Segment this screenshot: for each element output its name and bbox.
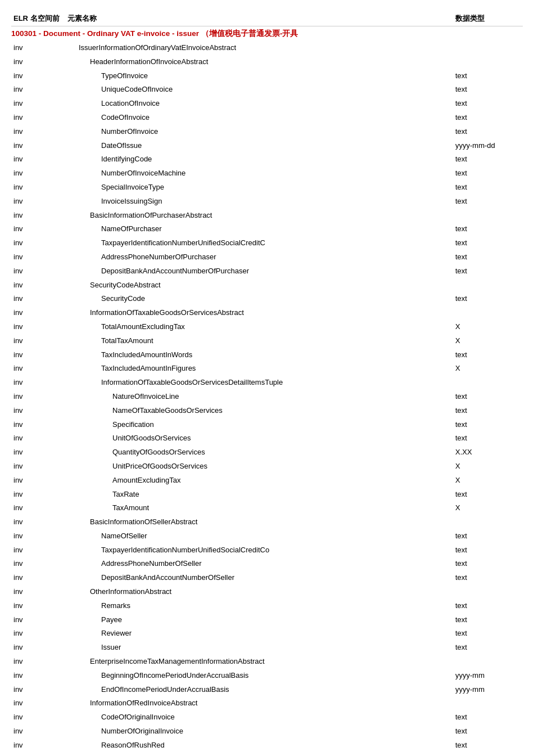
element-name-cell: Issuer <box>67 642 455 654</box>
element-name-cell: TaxIncludedAmountInWords <box>67 349 455 361</box>
namespace-cell: inv <box>11 56 67 68</box>
element-name-cell: NameOfPurchaser <box>67 223 455 235</box>
namespace-cell: inv <box>11 42 67 54</box>
element-name-cell: UnitOfGoodsOrServices <box>67 433 455 444</box>
namespace-cell: inv <box>11 307 67 319</box>
namespace-cell: inv <box>11 670 67 682</box>
table-row: invUnitPriceOfGoodsOrServicesX <box>11 460 523 474</box>
element-name-cell: NameOfSeller <box>67 530 455 542</box>
element-name-cell: NumberOfOriginalInvoice <box>67 726 455 737</box>
table-row: invUniqueCodeOfInvoicetext <box>11 83 523 97</box>
element-name-cell: InvoiceIssuingSign <box>67 196 455 208</box>
namespace-cell: inv <box>11 530 67 542</box>
namespace-cell: inv <box>11 712 67 723</box>
namespace-cell: inv <box>11 140 67 152</box>
datatype-cell: X.XX <box>455 447 523 458</box>
section-title: 100301 - Document - Ordinary VAT e-invoi… <box>11 29 523 39</box>
namespace-cell: inv <box>11 168 67 179</box>
datatype-cell <box>455 656 523 668</box>
element-name-cell: TaxpayerIdentificationNumberUnifiedSocia… <box>67 544 455 556</box>
namespace-cell: inv <box>11 154 67 165</box>
namespace-cell: inv <box>11 698 67 709</box>
table-row: invCodeOfOriginalInvoicetext <box>11 710 523 724</box>
table-row: invNameOfSellertext <box>11 529 523 543</box>
datatype-cell: X <box>455 475 523 487</box>
namespace-cell: inv <box>11 614 67 626</box>
element-name-cell: QuantityOfGoodsOrServices <box>67 447 455 458</box>
datatype-cell: yyyy-mm-dd <box>455 140 523 152</box>
datatype-cell <box>455 516 523 528</box>
element-name-cell: NumberOfInvoice <box>67 126 455 138</box>
section-code: 100301 - Document - Ordinary VAT e-invoi… <box>11 29 199 38</box>
element-name-cell: SpecialInvoiceType <box>67 182 455 194</box>
datatype-cell: text <box>455 182 523 194</box>
namespace-cell: inv <box>11 237 67 249</box>
table-row: invTypeOfInvoicetext <box>11 69 523 83</box>
table-row: invTaxpayerIdentificationNumberUnifiedSo… <box>11 236 523 250</box>
table-row: invEnterpriseIncomeTaxManagementInformat… <box>11 655 523 669</box>
element-name-cell: DepositBankAndAccountNumberOfPurchaser <box>67 266 455 277</box>
namespace-cell: inv <box>11 726 67 737</box>
namespace-cell: inv <box>11 419 67 431</box>
namespace-cell: inv <box>11 447 67 458</box>
element-name-cell: BasicInformationOfPurchaserAbstract <box>67 210 455 222</box>
table-row: invIssuertext <box>11 641 523 655</box>
header-col2: 元素名称 <box>67 14 455 24</box>
header-col1: ELR 名空间前 <box>11 14 67 24</box>
table-row: invPayeetext <box>11 613 523 627</box>
namespace-cell: inv <box>11 210 67 222</box>
table-row: invNameOfTaxableGoodsOrServicestext <box>11 404 523 418</box>
element-name-cell: Reviewer <box>67 628 455 640</box>
datatype-cell: text <box>455 544 523 556</box>
datatype-cell: text <box>455 628 523 640</box>
datatype-cell: text <box>455 558 523 570</box>
table-header: ELR 名空间前 元素名称 数据类型 <box>11 11 523 26</box>
namespace-cell: inv <box>11 70 67 82</box>
namespace-cell: inv <box>11 740 67 752</box>
datatype-cell: text <box>455 419 523 431</box>
datatype-cell: text <box>455 433 523 444</box>
datatype-cell: text <box>455 251 523 263</box>
datatype-cell: text <box>455 349 523 361</box>
datatype-cell: X <box>455 321 523 333</box>
datatype-cell: text <box>455 391 523 403</box>
table-row: invBasicInformationOfPurchaserAbstract <box>11 209 523 223</box>
datatype-cell: text <box>455 223 523 235</box>
table-row: invDepositBankAndAccountNumberOfSellerte… <box>11 571 523 585</box>
element-name-cell: BeginningOfIncomePeriodUnderAccrualBasis <box>67 670 455 682</box>
datatype-cell: text <box>455 530 523 542</box>
table-row: invTotalTaxAmountX <box>11 334 523 348</box>
namespace-cell: inv <box>11 586 67 598</box>
namespace-cell: inv <box>11 628 67 640</box>
namespace-cell: inv <box>11 391 67 403</box>
element-name-cell: OtherInformationAbstract <box>67 586 455 598</box>
namespace-cell: inv <box>11 377 67 389</box>
namespace-cell: inv <box>11 126 67 138</box>
namespace-cell: inv <box>11 84 67 96</box>
element-name-cell: TaxIncludedAmountInFigures <box>67 363 455 375</box>
table-row: invDateOfIssueyyyy-mm-dd <box>11 139 523 153</box>
element-name-cell: TaxAmount <box>67 502 455 514</box>
element-name-cell: HeaderInformationOfInvoiceAbstract <box>67 56 455 68</box>
element-name-cell: NameOfTaxableGoodsOrServices <box>67 405 455 417</box>
namespace-cell: inv <box>11 405 67 417</box>
datatype-cell <box>455 280 523 291</box>
datatype-cell: X <box>455 461 523 472</box>
datatype-cell: text <box>455 154 523 165</box>
namespace-cell: inv <box>11 293 67 305</box>
element-name-cell: SecurityCode <box>67 293 455 305</box>
datatype-cell: text <box>455 84 523 96</box>
table-row: invNatureOfInvoiceLinetext <box>11 390 523 404</box>
datatype-cell: text <box>455 572 523 584</box>
datatype-cell: text <box>455 489 523 501</box>
table-row: invTaxpayerIdentificationNumberUnifiedSo… <box>11 543 523 557</box>
namespace-cell: inv <box>11 516 67 528</box>
element-name-cell: DepositBankAndAccountNumberOfSeller <box>67 572 455 584</box>
datatype-cell <box>455 377 523 389</box>
namespace-cell: inv <box>11 489 67 501</box>
datatype-cell: text <box>455 405 523 417</box>
table-row: invIdentifyingCodetext <box>11 152 523 166</box>
datatype-cell <box>455 698 523 709</box>
element-name-cell: BasicInformationOfSellerAbstract <box>67 516 455 528</box>
table-row: invInformationOfTaxableGoodsOrServicesAb… <box>11 306 523 320</box>
